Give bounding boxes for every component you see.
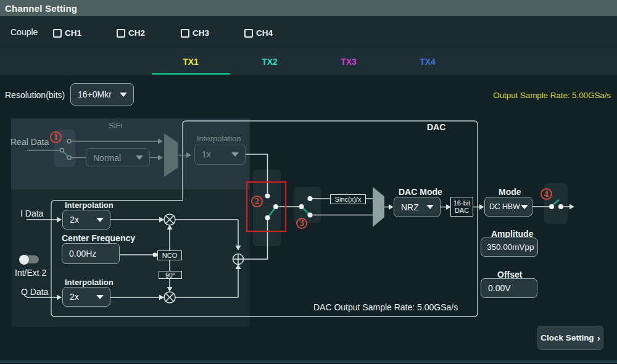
phase-90-box: 90° xyxy=(159,271,182,279)
checkbox-ch3[interactable] xyxy=(181,29,189,38)
q-data-label: Q Data xyxy=(21,287,48,297)
resolution-value: 16+0Mkr xyxy=(78,89,112,99)
i-interpolation-label: Interpolation xyxy=(65,201,114,210)
offset-value: 0.00V xyxy=(488,283,511,293)
marker-circle-3: 3 xyxy=(296,218,307,229)
mode-label: Mode xyxy=(499,187,521,197)
checkbox-ch4[interactable] xyxy=(244,29,253,38)
iq-panel xyxy=(11,189,250,327)
i-interpolation-dropdown[interactable]: 2x xyxy=(62,210,110,230)
chevron-down-icon xyxy=(96,218,104,222)
checkbox-ch2[interactable] xyxy=(117,29,125,38)
tab-tx1[interactable]: TX1 xyxy=(151,48,230,75)
dac-bits-line2: DAC xyxy=(455,207,469,215)
i-interpolation-value: 2x xyxy=(70,215,79,225)
center-frequency-label: Center Frequency xyxy=(62,233,135,243)
chevron-down-icon xyxy=(96,295,104,299)
switch2-highlight xyxy=(253,170,281,246)
amplitude-value: 350.00mVpp xyxy=(487,242,534,252)
q-interpolation-dropdown[interactable]: 2x xyxy=(62,287,110,307)
amplitude-field[interactable]: 350.00mVpp xyxy=(481,238,538,257)
dac-label: DAC xyxy=(427,122,445,132)
couple-label: Couple xyxy=(10,16,38,48)
marker-circle-1: 1 xyxy=(50,131,62,143)
title-bar: Channel Setting xyxy=(0,0,617,16)
dac-bits-line1: 16-bit xyxy=(453,199,471,207)
int-ext-toggle-knob[interactable] xyxy=(19,255,29,265)
checkbox-ch2-label: CH2 xyxy=(128,28,145,38)
int-ext-toggle-label: Int/Ext 2 xyxy=(15,268,46,278)
tab-tx3[interactable]: TX3 xyxy=(309,48,388,75)
i-data-label: I Data xyxy=(20,209,43,218)
sifi-mode-value: Normal xyxy=(93,153,121,163)
chevron-down-icon xyxy=(521,205,528,209)
mode-value: DC HBW xyxy=(489,202,520,211)
checkbox-ch4-label: CH4 xyxy=(256,28,273,38)
chevron-down-icon xyxy=(136,155,143,160)
marker-circle-2: 2 xyxy=(251,196,263,207)
output-sample-rate: Output Sample Rate: 5.00GSa/s xyxy=(493,91,611,100)
checkbox-ch3-label: CH3 xyxy=(193,28,209,38)
nco-box: NCO xyxy=(157,250,182,260)
marker-circle-4: 4 xyxy=(540,188,552,200)
resolution-label: Resolution(bits) xyxy=(5,90,65,100)
sifi-interpolation-dropdown[interactable]: 1x xyxy=(194,144,246,165)
couple-row xyxy=(0,16,617,48)
mode-dropdown[interactable]: DC HBW xyxy=(484,197,532,217)
active-tab-underline xyxy=(152,73,230,75)
center-frequency-field[interactable]: 0.00Hz xyxy=(62,243,120,264)
chevron-down-icon xyxy=(231,152,239,157)
resolution-dropdown[interactable]: 16+0Mkr xyxy=(70,83,134,105)
checkbox-ch1-label: CH1 xyxy=(65,28,81,38)
sifi-interpolation-label: Interpolation xyxy=(197,134,241,143)
real-data-label: Real Data xyxy=(10,137,49,147)
dac-mode-dropdown[interactable]: NRZ xyxy=(394,197,441,217)
dac-mode-label: DAC Mode xyxy=(399,187,442,197)
chevron-right-icon: › xyxy=(597,333,600,343)
dac-sample-rate: DAC Output Sample Rate: 5.00GSa/s xyxy=(313,302,458,312)
q-interpolation-value: 2x xyxy=(70,292,79,302)
checkbox-ch1[interactable] xyxy=(53,29,62,38)
center-frequency-value: 0.00Hz xyxy=(69,249,96,259)
sifi-label: SiFi xyxy=(109,121,122,130)
dac-mux xyxy=(373,187,384,227)
tab-tx4[interactable]: TX4 xyxy=(388,48,467,75)
offset-field[interactable]: 0.00V xyxy=(481,278,537,298)
switch3-highlight xyxy=(294,187,321,223)
sifi-mode-dropdown[interactable]: Normal xyxy=(86,148,150,167)
dac-bits-box: 16-bit DAC xyxy=(450,197,473,217)
tab-tx2[interactable]: TX2 xyxy=(230,48,309,75)
sifi-interpolation-value: 1x xyxy=(202,149,211,159)
page-title: Channel Setting xyxy=(5,3,77,14)
sinc-box: Sinc(x)/x xyxy=(330,194,366,204)
clock-setting-label: Clock Setting xyxy=(540,333,594,342)
chevron-down-icon xyxy=(120,93,127,97)
q-interpolation-label: Interpolation xyxy=(65,278,114,287)
dac-mode-value: NRZ xyxy=(401,202,419,212)
clock-setting-button[interactable]: Clock Setting › xyxy=(537,326,603,350)
chevron-down-icon xyxy=(426,205,434,209)
